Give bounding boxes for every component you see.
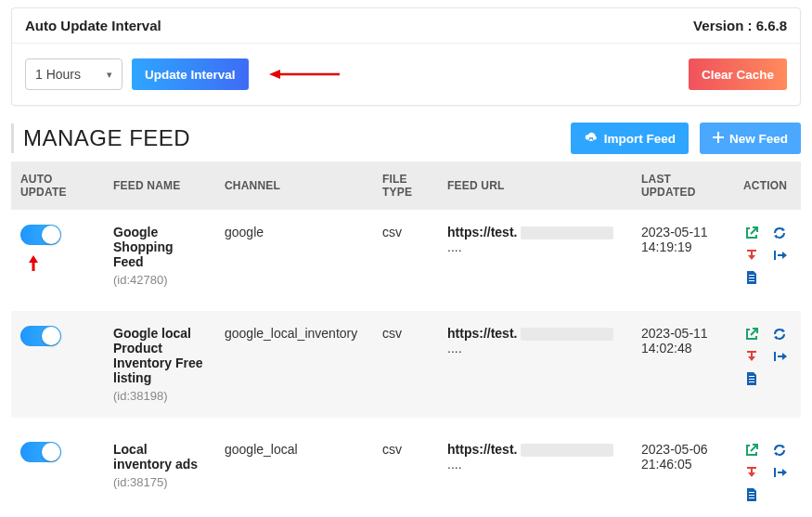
auto-update-card: Auto Update Interval Version : 6.6.8 1 H…	[11, 7, 801, 106]
refresh-icon[interactable]	[771, 442, 788, 459]
auto-update-toggle[interactable]	[20, 326, 61, 346]
table-row: Google Shopping Feed (id:42780) google c…	[11, 210, 801, 306]
download-icon[interactable]	[743, 464, 760, 481]
col-file-type: FILE TYPE	[373, 162, 438, 210]
new-feed-button[interactable]: New Feed	[700, 123, 801, 154]
feed-id: (id:38175)	[113, 475, 206, 489]
export-icon[interactable]	[771, 247, 788, 264]
document-icon[interactable]	[743, 486, 760, 503]
last-updated-cell: 2023-05-06 21:46:05	[632, 422, 734, 517]
last-updated-cell: 2023-05-11 14:02:48	[632, 306, 734, 422]
export-icon[interactable]	[771, 464, 788, 481]
col-channel: CHANNEL	[215, 162, 373, 210]
card-title: Auto Update Interval	[25, 18, 161, 33]
refresh-icon[interactable]	[771, 225, 788, 241]
clear-cache-button[interactable]: Clear Cache	[689, 58, 787, 90]
col-action: ACTION	[734, 162, 801, 210]
card-header: Auto Update Interval Version : 6.6.8	[12, 8, 800, 44]
update-interval-button[interactable]: Update Interval	[132, 58, 249, 90]
svg-marker-1	[269, 70, 280, 79]
feed-url-prefix: https://test.	[447, 225, 517, 239]
feed-name: Google Shopping Feed	[113, 225, 206, 269]
refresh-icon[interactable]	[771, 326, 788, 343]
version-label: Version : 6.6.8	[693, 18, 787, 33]
plus-icon	[713, 132, 724, 146]
channel-value: google_local_inventory	[215, 306, 373, 422]
table-header-row: AUTO UPDATE FEED NAME CHANNEL FILE TYPE …	[11, 162, 801, 210]
col-feed-name: FEED NAME	[104, 162, 215, 210]
feed-id: (id:42780)	[113, 273, 206, 287]
action-icons	[743, 442, 792, 503]
feed-name: Local inventory ads	[113, 442, 206, 472]
feed-url-cell: https://test.....	[438, 422, 632, 517]
col-auto-update: AUTO UPDATE	[11, 162, 104, 210]
document-icon[interactable]	[743, 370, 760, 387]
feed-url-suffix: ....	[447, 341, 462, 355]
download-icon[interactable]	[743, 348, 760, 365]
table-row: Google local Product Inventory Free list…	[11, 306, 801, 422]
feed-url-cell: https://test.....	[438, 306, 632, 422]
cloud-download-icon	[584, 131, 599, 147]
channel-value: google_local	[215, 422, 373, 517]
svg-rect-6	[747, 467, 756, 469]
svg-marker-2	[29, 255, 38, 263]
file-type-value: csv	[373, 306, 438, 422]
auto-update-toggle[interactable]	[20, 225, 61, 245]
chevron-down-icon: ▾	[107, 69, 112, 81]
document-icon[interactable]	[743, 269, 760, 286]
section-header: MANAGE FEED Import Feed New Feed	[0, 123, 812, 154]
col-feed-url: FEED URL	[438, 162, 632, 210]
feed-url-prefix: https://test.	[447, 442, 517, 457]
open-external-icon[interactable]	[743, 225, 760, 241]
section-title: MANAGE FEED	[11, 123, 190, 153]
feed-url-redacted	[521, 444, 613, 457]
action-icons	[743, 326, 792, 387]
table-row: Local inventory ads (id:38175) google_lo…	[11, 422, 801, 517]
svg-rect-5	[747, 351, 756, 353]
last-updated-cell: 2023-05-11 14:19:19	[632, 210, 734, 306]
red-up-arrow-annotation	[28, 255, 95, 275]
feed-id: (id:38198)	[113, 389, 206, 403]
feed-url-redacted	[521, 328, 613, 341]
file-type-value: csv	[373, 422, 438, 517]
file-type-value: csv	[373, 210, 438, 306]
interval-value: 1 Hours	[35, 67, 81, 82]
export-icon[interactable]	[771, 348, 788, 365]
feed-name: Google local Product Inventory Free list…	[113, 326, 206, 385]
auto-update-toggle[interactable]	[20, 442, 61, 462]
card-body: 1 Hours ▾ Update Interval Clear Cache	[12, 44, 800, 105]
channel-value: google	[215, 210, 373, 306]
feed-url-suffix: ....	[447, 239, 462, 254]
feed-url-suffix: ....	[447, 457, 462, 472]
svg-rect-3	[32, 262, 35, 271]
open-external-icon[interactable]	[743, 442, 760, 459]
import-feed-button[interactable]: Import Feed	[571, 123, 689, 154]
red-arrow-annotation	[267, 67, 342, 82]
download-icon[interactable]	[743, 247, 760, 264]
feeds-table: AUTO UPDATE FEED NAME CHANNEL FILE TYPE …	[11, 162, 801, 517]
svg-rect-4	[747, 250, 756, 252]
feed-url-redacted	[521, 226, 613, 239]
action-icons	[743, 225, 792, 286]
feed-url-cell: https://test.....	[438, 210, 632, 306]
interval-select[interactable]: 1 Hours ▾	[25, 58, 122, 90]
feed-url-prefix: https://test.	[447, 326, 517, 341]
open-external-icon[interactable]	[743, 326, 760, 343]
col-last-updated: LAST UPDATED	[632, 162, 734, 210]
